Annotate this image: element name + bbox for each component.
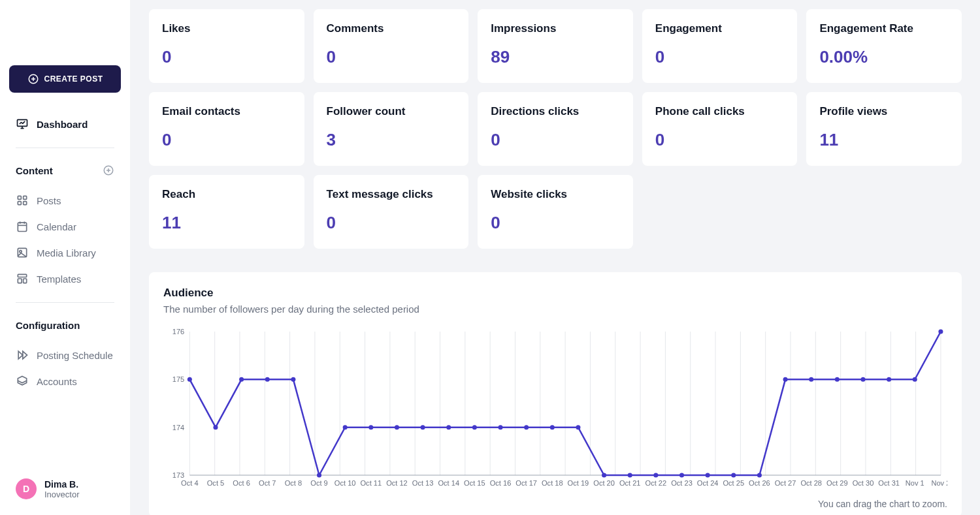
nav-item-media-library[interactable]: Media Library <box>9 240 121 266</box>
svg-point-73 <box>524 425 529 429</box>
svg-text:173: 173 <box>172 471 184 479</box>
svg-text:Oct 25: Oct 25 <box>723 479 744 487</box>
svg-rect-11 <box>18 202 21 205</box>
svg-text:Oct 13: Oct 13 <box>412 479 434 487</box>
svg-rect-9 <box>18 196 21 199</box>
svg-text:Oct 4: Oct 4 <box>181 479 198 487</box>
divider <box>16 148 114 148</box>
svg-text:175: 175 <box>172 375 184 383</box>
svg-text:Oct 11: Oct 11 <box>361 479 382 487</box>
svg-rect-13 <box>18 223 26 231</box>
metric-likes: Likes0 <box>149 9 304 83</box>
svg-text:Oct 24: Oct 24 <box>697 479 719 487</box>
svg-text:Oct 26: Oct 26 <box>749 479 770 487</box>
svg-text:Oct 18: Oct 18 <box>542 479 563 487</box>
metric-reach: Reach11 <box>149 175 304 249</box>
svg-marker-22 <box>18 351 23 359</box>
nav-item-templates[interactable]: Templates <box>9 266 121 292</box>
svg-text:Oct 29: Oct 29 <box>826 479 848 487</box>
svg-text:Oct 19: Oct 19 <box>568 479 589 487</box>
metric-value: 11 <box>162 213 291 233</box>
content-header-label: Content <box>16 165 53 176</box>
metric-follower-count: Follower count3 <box>314 92 469 166</box>
nav-item-label: Posting Schedule <box>37 350 113 361</box>
accounts-icon <box>16 375 29 388</box>
svg-text:Oct 16: Oct 16 <box>490 479 512 487</box>
svg-point-82 <box>757 473 762 478</box>
sidebar: CREATE POST Dashboard Content PostsCalen… <box>0 0 131 515</box>
avatar: D <box>16 478 37 499</box>
svg-point-76 <box>602 473 606 478</box>
nav-item-accounts[interactable]: Accounts <box>9 368 121 394</box>
svg-point-88 <box>913 377 917 382</box>
metric-text-message-clicks: Text message clicks0 <box>314 175 469 249</box>
nav-item-posts[interactable]: Posts <box>9 187 121 213</box>
svg-point-72 <box>498 425 502 429</box>
svg-point-71 <box>472 425 477 429</box>
svg-point-65 <box>317 473 321 478</box>
audience-chart-card: Audience The number of followers per day… <box>149 272 962 515</box>
nav-dashboard[interactable]: Dashboard <box>9 111 121 137</box>
metric-value: 0 <box>162 47 291 67</box>
audience-line-chart[interactable]: 173174175176Oct 4Oct 5Oct 6Oct 7Oct 8Oct… <box>163 325 947 495</box>
svg-text:Oct 23: Oct 23 <box>671 479 693 487</box>
nav-dashboard-label: Dashboard <box>37 119 88 130</box>
user-org: Inovector <box>44 490 79 499</box>
metrics-grid: Likes0Comments0Impressions89Engagement0E… <box>149 9 962 249</box>
config-nav-list: Posting ScheduleAccounts <box>9 342 121 394</box>
svg-text:Oct 9: Oct 9 <box>310 479 327 487</box>
metric-value: 3 <box>327 130 456 150</box>
metric-value: 0 <box>162 130 291 150</box>
metric-value: 0 <box>327 47 456 67</box>
templates-icon <box>16 272 29 285</box>
user-block[interactable]: D Dima B. Inovector <box>9 472 121 506</box>
svg-text:Oct 10: Oct 10 <box>335 479 356 487</box>
svg-point-79 <box>679 473 684 478</box>
chart-title: Audience <box>163 287 947 300</box>
svg-point-81 <box>731 473 736 478</box>
svg-point-80 <box>706 473 710 478</box>
svg-text:Oct 17: Oct 17 <box>515 479 537 487</box>
metric-phone-call-clicks: Phone call clicks0 <box>642 92 798 166</box>
svg-point-64 <box>291 377 295 382</box>
content-nav-list: PostsCalendarMedia LibraryTemplates <box>9 187 121 292</box>
svg-rect-19 <box>18 274 26 277</box>
metric-label: Impressions <box>491 22 620 35</box>
svg-text:Oct 30: Oct 30 <box>853 479 874 487</box>
svg-text:Oct 15: Oct 15 <box>464 479 485 487</box>
metric-label: Comments <box>327 22 456 35</box>
metric-label: Profile views <box>819 105 949 118</box>
metric-value: 0 <box>655 130 785 150</box>
svg-rect-21 <box>24 279 27 283</box>
metric-label: Likes <box>162 22 291 35</box>
svg-point-70 <box>446 425 451 429</box>
svg-point-69 <box>421 425 425 429</box>
svg-point-75 <box>576 425 580 429</box>
chart-subtitle: The number of followers per day during t… <box>163 304 947 315</box>
svg-point-78 <box>653 473 658 478</box>
metric-label: Email contacts <box>162 105 291 118</box>
svg-point-84 <box>809 377 813 382</box>
plus-circle-outline-icon[interactable] <box>103 164 114 176</box>
metric-value: 89 <box>491 47 620 67</box>
svg-text:176: 176 <box>172 328 184 336</box>
create-post-button[interactable]: CREATE POST <box>9 65 121 93</box>
metric-website-clicks: Website clicks0 <box>478 175 633 249</box>
metric-value: 0 <box>491 130 620 150</box>
calendar-icon <box>16 220 29 233</box>
nav-item-label: Posts <box>37 195 61 206</box>
svg-point-62 <box>239 377 244 382</box>
nav-item-posting-schedule[interactable]: Posting Schedule <box>9 342 121 368</box>
metric-label: Text message clicks <box>327 188 456 201</box>
nav-item-label: Accounts <box>37 376 77 387</box>
svg-point-66 <box>343 425 348 429</box>
nav-item-calendar[interactable]: Calendar <box>9 213 121 240</box>
svg-text:Oct 14: Oct 14 <box>438 479 459 487</box>
chart-note: You can drag the chart to zoom. <box>163 499 947 509</box>
metric-value: 0.00% <box>819 47 949 67</box>
configuration-section-header: Configuration <box>9 313 121 337</box>
svg-point-18 <box>20 251 22 253</box>
metric-label: Phone call clicks <box>655 105 785 118</box>
svg-rect-20 <box>18 279 22 283</box>
metric-value: 0 <box>327 213 456 233</box>
